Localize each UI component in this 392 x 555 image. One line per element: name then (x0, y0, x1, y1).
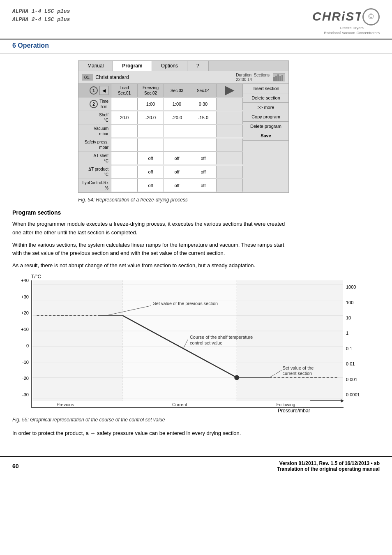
svg-rect-2 (275, 76, 277, 81)
lyo-sec03[interactable]: off (164, 179, 190, 192)
shelf-sec04[interactable]: -15.0 (190, 111, 217, 124)
badge-1: 1 (90, 86, 98, 95)
row-lyoctrl: LyoControl-Rx% off off off (78, 179, 243, 192)
save-button[interactable]: Save (243, 131, 288, 141)
chart-wrapper: +40 +30 +20 +10 0 -10 -20 -30 T/°C (12, 274, 380, 414)
shelf-sec02[interactable]: -20.0 (138, 111, 164, 124)
dtp-sec01[interactable] (111, 166, 138, 178)
grid-and-buttons: 1 ◀ Load Sec.01 Freezing Sec.02 Sec.03 S… (78, 84, 288, 192)
svg-text:Set value of the: Set value of the (283, 365, 314, 370)
dtp-sec03[interactable]: off (164, 166, 190, 178)
label-safety: Safety press.mbar (78, 138, 111, 151)
y-right-1000: 1000 (346, 284, 356, 289)
brand-icon: © (362, 8, 380, 25)
para1: When the programmer module executes a fr… (12, 220, 292, 236)
dts-sec03[interactable]: off (164, 152, 190, 164)
svg-rect-16 (32, 280, 122, 401)
y-axis-right: 1000 100 10 1 0.1 0.01 0.001 0.0001 (344, 274, 368, 401)
y-label-20: +20 (21, 310, 29, 315)
y-axis-label: T/°C (31, 274, 344, 280)
y-right-0001: 0.001 (346, 377, 357, 382)
tab-bar: Manual Program Options ? (78, 61, 288, 71)
duration-label: Duration: (236, 73, 253, 77)
vac-sec03[interactable] (164, 125, 190, 137)
section-title: 6 Operation (12, 42, 380, 49)
tab-program[interactable]: Program (113, 61, 152, 71)
prog-name: Christ standard (95, 74, 236, 80)
time-sec03[interactable]: 1:00 (164, 98, 190, 110)
shelf-filler (217, 111, 243, 124)
label-dt-shelf: ΔT shelf°C (78, 152, 111, 165)
more-button[interactable]: >> more (243, 103, 288, 112)
vac-sec02[interactable] (138, 125, 164, 137)
svg-rect-1 (273, 77, 275, 81)
delete-section-button[interactable]: Delete section (243, 93, 288, 103)
y-label-30n: -30 (22, 392, 29, 397)
vac-sec01[interactable] (111, 125, 138, 137)
y-right-axis-label: Pressure/mbar (278, 408, 310, 414)
ui-panel-wrapper: Manual Program Options ? 01. Christ stan… (78, 60, 380, 195)
y-right-001: 0.01 (346, 361, 355, 366)
vac-sec04[interactable] (190, 125, 217, 137)
shelf-sec01[interactable]: 20.0 (111, 111, 138, 124)
delete-program-button[interactable]: Delete program (243, 122, 288, 131)
dtp-sec02[interactable]: off (138, 166, 164, 178)
sp-sec02[interactable] (138, 139, 164, 151)
y-axis-left: +40 +30 +20 +10 0 -10 -20 -30 (12, 274, 31, 401)
para2: Within the various sections, the system … (12, 241, 292, 257)
row-vacuum: Vacuummbar (78, 125, 243, 138)
tab-manual[interactable]: Manual (78, 61, 113, 71)
badge-2: 2 (90, 100, 98, 108)
tab-help[interactable]: ? (187, 61, 209, 71)
dtp-filler (217, 166, 243, 178)
insert-section-button[interactable]: Insert section (243, 84, 288, 93)
col-play[interactable] (217, 84, 243, 97)
col-sec04: Sec.04 (190, 84, 217, 97)
time-sec02[interactable]: 1:00 (138, 98, 164, 110)
label-shelf: Shelf°C (78, 111, 111, 124)
svg-point-24 (234, 375, 239, 380)
side-buttons: Insert section Delete section >> more Co… (243, 84, 288, 192)
dtp-sec04[interactable]: off (190, 166, 217, 178)
svg-text:Previous: Previous (57, 402, 74, 407)
dts-sec04[interactable]: off (190, 152, 217, 164)
sp-sec04[interactable] (190, 139, 217, 151)
page-header: ALPHA 1-4 LSC plus ALPHA 2-4 LSC plus CH… (0, 0, 392, 39)
chart-main: T/°C (31, 274, 344, 408)
svg-text:current section: current section (283, 371, 312, 376)
copy-program-button[interactable]: Copy program (243, 112, 288, 122)
row-time: 2 Timeh:m 1:00 1:00 0:30 (78, 97, 243, 111)
nav-back[interactable]: ◀ (99, 86, 108, 95)
grid-header-row: 1 ◀ Load Sec.01 Freezing Sec.02 Sec.03 S… (78, 84, 243, 97)
svg-rect-4 (279, 76, 281, 81)
page-footer: 60 Version 01/2011, Rev. 1.5 of 16/12/20… (0, 456, 392, 475)
lyo-sec04[interactable]: off (190, 179, 217, 192)
lyo-filler (217, 179, 243, 192)
dts-sec01[interactable] (111, 152, 138, 164)
dts-sec02[interactable]: off (138, 152, 164, 164)
col-sec02: Freezing Sec.02 (138, 84, 164, 97)
time-sec04[interactable]: 0:30 (190, 98, 217, 110)
prog-grid: 1 ◀ Load Sec.01 Freezing Sec.02 Sec.03 S… (78, 84, 243, 192)
y-label-10n: -10 (22, 360, 29, 365)
dts-filler (217, 152, 243, 164)
tab-options[interactable]: Options (152, 61, 187, 71)
chart-svg: Set value of the previous section Course… (31, 280, 344, 408)
lyo-sec02[interactable]: off (138, 179, 164, 192)
sp-sec01[interactable] (111, 139, 138, 151)
y-label-30: +30 (21, 294, 29, 299)
time-sec01[interactable] (111, 98, 138, 110)
svg-rect-5 (281, 75, 283, 81)
lyo-sec01[interactable] (111, 179, 138, 192)
sp-sec03[interactable] (164, 139, 190, 151)
play-icon (225, 86, 235, 95)
y-label-40: +40 (21, 278, 29, 283)
row-safety: Safety press.mbar (78, 138, 243, 152)
program-bar: 01. Christ standard Duration: Sections 2… (78, 71, 288, 84)
footer-version: Version 01/2011, Rev. 1.5 of 16/12/2013 … (277, 460, 380, 466)
col-sec03: Sec.03 (164, 84, 190, 97)
shelf-sec03[interactable]: -20.0 (164, 111, 190, 124)
svg-rect-18 (237, 280, 343, 401)
main-content: Manual Program Options ? 01. Christ stan… (0, 54, 392, 448)
logo-line2: ALPHA 2-4 LSC plus (12, 16, 70, 24)
